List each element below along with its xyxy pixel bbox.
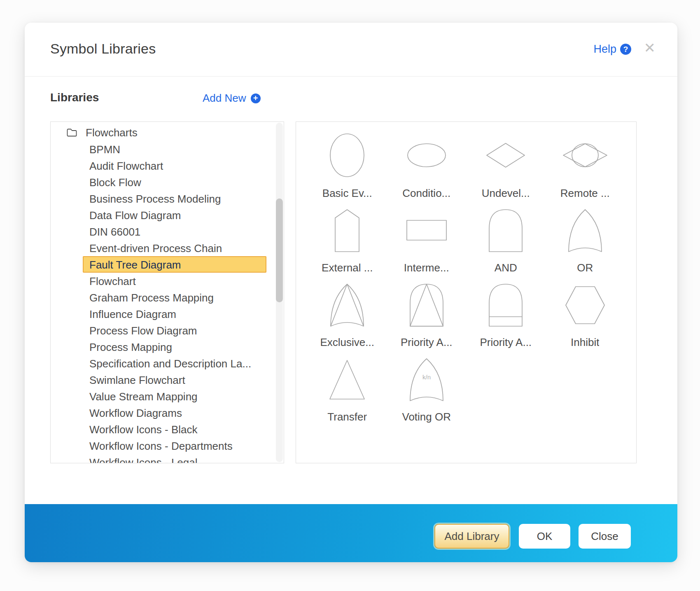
dialog-header: Symbol Libraries Help ? ✕ xyxy=(25,23,677,77)
folder-icon xyxy=(66,128,77,138)
tree-folder-flowcharts[interactable]: Flowcharts xyxy=(51,124,284,141)
library-tree: Flowcharts BPMN Audit Flowchart Block Fl… xyxy=(51,122,284,463)
symbols-grid: Basic Ev... Conditio... Undevel... Remot… xyxy=(296,122,636,426)
plus-circle-icon: + xyxy=(251,93,261,103)
library-list-item-label: Process Flow Diagram xyxy=(89,325,197,337)
symbol-cell[interactable]: Basic Ev... xyxy=(308,128,387,202)
symbol-label: Inhibit xyxy=(571,336,599,349)
library-list-item[interactable]: Flowchart xyxy=(83,273,266,289)
symbol-preview-panel: Basic Ev... Conditio... Undevel... Remot… xyxy=(296,121,637,463)
symbol-cell[interactable]: Exclusive... xyxy=(308,277,387,351)
xor-gate-icon xyxy=(316,278,378,331)
symbol-label: Undevel... xyxy=(482,187,530,200)
symbol-label: OR xyxy=(577,262,593,274)
library-list-item[interactable]: DIN 66001 xyxy=(83,223,266,240)
library-list-item-label: Event-driven Process Chain xyxy=(89,242,222,255)
help-link[interactable]: Help ? xyxy=(593,43,631,56)
help-question-icon: ? xyxy=(620,44,631,55)
library-list-item[interactable]: Swimlane Flowchart xyxy=(83,371,266,388)
symbol-cell[interactable]: Undevel... xyxy=(466,128,546,202)
libraries-heading: Libraries xyxy=(50,91,99,104)
close-button[interactable]: Close xyxy=(579,524,631,549)
library-list-item[interactable]: Process Mapping xyxy=(83,339,266,355)
or-gate-icon xyxy=(554,203,616,257)
symbol-cell[interactable]: OR xyxy=(546,202,625,277)
library-list-item[interactable]: Influence Diagram xyxy=(83,306,266,322)
rectangle-icon xyxy=(396,203,457,257)
library-list-item[interactable]: Fault Tree Diagram xyxy=(83,256,266,273)
library-list-item[interactable]: Workflow Diagrams xyxy=(83,404,266,421)
symbol-cell[interactable]: External ... xyxy=(308,202,387,277)
library-list-item-label: Swimlane Flowchart xyxy=(89,374,185,386)
house-icon xyxy=(316,203,378,257)
symbol-label: Exclusive... xyxy=(320,336,375,349)
priority-and-gate-banded-icon xyxy=(475,278,537,331)
symbol-label: Priority A... xyxy=(480,336,532,349)
library-list-item-label: Business Process Modeling xyxy=(89,193,221,205)
triangle-icon xyxy=(316,352,378,406)
symbol-cell[interactable]: Priority A... xyxy=(387,277,467,351)
ok-button[interactable]: OK xyxy=(519,524,570,549)
library-list-item[interactable]: Value Stream Mapping xyxy=(83,388,266,404)
library-list-item-label: Fault Tree Diagram xyxy=(89,259,181,271)
symbol-label: Remote ... xyxy=(560,187,610,200)
symbol-cell[interactable]: Remote ... xyxy=(546,128,625,202)
diamond-icon xyxy=(475,128,537,182)
symbol-cell[interactable]: AND xyxy=(466,202,546,277)
library-list-item-label: Process Mapping xyxy=(89,341,172,353)
symbol-cell[interactable]: Priority A... xyxy=(466,277,546,351)
symbol-label: Conditio... xyxy=(402,187,450,200)
library-list-panel: Flowcharts BPMN Audit Flowchart Block Fl… xyxy=(50,121,284,463)
library-list-item-label: Value Stream Mapping xyxy=(89,390,198,403)
symbol-cell[interactable]: Interme... xyxy=(387,202,467,277)
and-gate-icon xyxy=(475,203,537,257)
svg-text:k/n: k/n xyxy=(422,374,431,381)
add-library-button[interactable]: Add Library xyxy=(434,524,509,549)
library-list-item-label: DIN 66001 xyxy=(89,226,140,238)
hexagon-icon xyxy=(554,278,616,331)
library-list-item[interactable]: BPMN xyxy=(83,141,266,157)
priority-and-gate-icon xyxy=(396,278,457,331)
library-list-item-label: Flowchart xyxy=(89,275,136,287)
dialog-title: Symbol Libraries xyxy=(50,41,156,57)
library-list-item-label: Data Flow Diagram xyxy=(89,209,181,222)
library-list-item[interactable]: Business Process Modeling xyxy=(83,190,266,207)
library-list-item[interactable]: Graham Process Mapping xyxy=(83,289,266,306)
list-scrollbar-thumb[interactable] xyxy=(276,199,283,302)
library-list-item[interactable]: Workflow Icons - Legal xyxy=(83,454,266,463)
library-list-item[interactable]: Process Flow Diagram xyxy=(83,322,266,339)
library-list-item[interactable]: Workflow Icons - Black xyxy=(83,421,266,437)
symbol-label: Interme... xyxy=(404,262,449,274)
library-list-item[interactable]: Block Flow xyxy=(83,174,266,190)
library-list-item-label: Workflow Icons - Legal xyxy=(89,456,198,463)
symbol-label: Priority A... xyxy=(401,336,453,349)
library-list-item[interactable]: Workflow Icons - Departments xyxy=(83,437,266,454)
library-list-item[interactable]: Data Flow Diagram xyxy=(83,207,266,223)
library-list-item[interactable]: Specification and Description La... xyxy=(83,355,266,371)
library-list-item-label: Workflow Icons - Black xyxy=(89,423,197,436)
library-list-item-label: BPMN xyxy=(89,143,120,156)
library-list-item-label: Specification and Description La... xyxy=(89,357,251,370)
add-new-label: Add New xyxy=(203,92,246,105)
close-icon[interactable]: ✕ xyxy=(644,41,656,55)
library-list-item[interactable]: Audit Flowchart xyxy=(83,157,266,174)
symbol-cell[interactable]: k/n Voting OR xyxy=(387,351,467,426)
circle-icon xyxy=(316,128,378,182)
symbol-label: Transfer xyxy=(327,411,367,423)
symbol-cell[interactable]: Inhibit xyxy=(546,277,625,351)
library-list-item-label: Graham Process Mapping xyxy=(89,292,214,304)
library-list-item-label: Workflow Icons - Departments xyxy=(89,440,233,452)
tree-folder-label: Flowcharts xyxy=(86,126,138,139)
library-list-item-label: Workflow Diagrams xyxy=(89,407,182,419)
symbol-cell[interactable]: Transfer xyxy=(308,351,387,426)
symbol-label: Basic Ev... xyxy=(322,187,372,200)
library-list-item[interactable]: Event-driven Process Chain xyxy=(83,240,266,256)
symbol-libraries-dialog: Symbol Libraries Help ? ✕ Libraries Add … xyxy=(25,23,677,562)
add-new-button[interactable]: Add New + xyxy=(203,92,261,105)
symbol-label: AND xyxy=(495,262,517,274)
library-tree-items: BPMN Audit Flowchart Block Flow Business… xyxy=(51,141,284,463)
library-list-item-label: Block Flow xyxy=(89,176,141,189)
dialog-footer-bar: Add Library OK Close xyxy=(25,504,677,562)
ellipse-icon xyxy=(396,128,457,182)
symbol-cell[interactable]: Conditio... xyxy=(387,128,467,202)
